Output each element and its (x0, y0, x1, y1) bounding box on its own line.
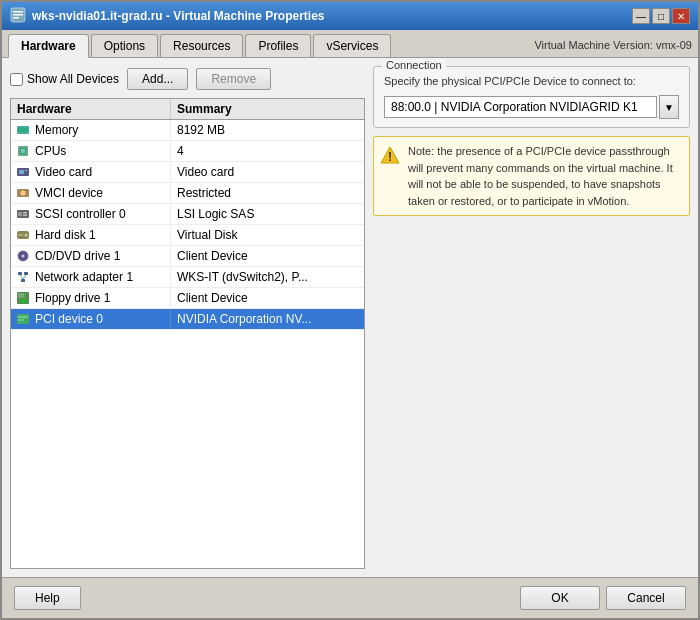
svg-rect-34 (19, 299, 27, 303)
svg-rect-14 (25, 170, 27, 171)
connection-label: Specify the physical PCI/PCIe Device to … (384, 75, 679, 87)
add-button[interactable]: Add... (127, 68, 188, 90)
floppy-icon (15, 290, 31, 306)
svg-rect-20 (23, 215, 27, 217)
hdd-icon (15, 227, 31, 243)
svg-rect-39 (25, 319, 28, 321)
svg-rect-7 (23, 128, 25, 132)
main-window: wks-nvidia01.it-grad.ru - Virtual Machin… (0, 0, 700, 620)
svg-rect-33 (18, 293, 25, 298)
dropdown-btn[interactable]: ▼ (659, 95, 679, 119)
spacer (373, 224, 690, 569)
cdrom-icon (15, 248, 31, 264)
table-row[interactable]: CPUs 4 (11, 141, 364, 162)
right-panel: Connection Specify the physical PCI/PCIe… (373, 66, 690, 569)
video-icon (15, 164, 31, 180)
left-panel: Show All Devices Add... Remove Hardware … (10, 66, 365, 569)
warning-text: Note: the presence of a PCI/PCIe device … (408, 143, 683, 209)
vm-version: Virtual Machine Version: vmx-09 (534, 39, 692, 57)
window-icon (10, 7, 26, 26)
svg-point-22 (25, 234, 28, 237)
minimize-button[interactable]: — (632, 8, 650, 24)
close-button[interactable]: ✕ (672, 8, 690, 24)
hardware-table: Hardware Summary Memory 8192 MB (10, 98, 365, 569)
title-controls: — □ ✕ (632, 8, 690, 24)
table-row[interactable]: SCSI controller 0 LSI Logic SAS (11, 204, 364, 225)
network-icon (15, 269, 31, 285)
connection-legend: Connection (382, 59, 446, 71)
svg-rect-11 (21, 149, 25, 153)
cancel-button[interactable]: Cancel (606, 586, 686, 610)
svg-rect-35 (24, 293, 26, 297)
show-all-label[interactable]: Show All Devices (10, 72, 119, 86)
main-content: Show All Devices Add... Remove Hardware … (2, 58, 698, 577)
table-row[interactable]: Floppy drive 1 Client Device (11, 288, 364, 309)
table-row[interactable]: CD/DVD drive 1 Client Device (11, 246, 364, 267)
svg-rect-1 (13, 11, 23, 13)
svg-rect-37 (18, 316, 28, 318)
svg-rect-3 (13, 17, 19, 19)
scsi-icon (15, 206, 31, 222)
bottom-right: OK Cancel (520, 586, 686, 610)
tab-hardware[interactable]: Hardware (8, 34, 89, 58)
tab-resources[interactable]: Resources (160, 34, 243, 57)
svg-rect-28 (24, 272, 28, 275)
pci-icon (15, 311, 31, 327)
svg-rect-5 (18, 128, 20, 132)
remove-button[interactable]: Remove (196, 68, 271, 90)
bottom-bar: Help OK Cancel (2, 577, 698, 618)
svg-point-16 (21, 191, 26, 196)
vmci-icon (15, 185, 31, 201)
svg-line-30 (20, 275, 23, 279)
cpu-icon (15, 143, 31, 159)
warning-box: ! Note: the presence of a PCI/PCIe devic… (373, 136, 690, 216)
device-dropdown: 88:00.0 | NVIDIA Corporation NVIDIAGRID … (384, 95, 679, 119)
table-row[interactable]: Memory 8192 MB (11, 120, 364, 141)
svg-rect-13 (19, 170, 24, 174)
svg-rect-27 (18, 272, 22, 275)
svg-point-26 (23, 256, 24, 257)
tab-options[interactable]: Options (91, 34, 158, 57)
svg-rect-23 (18, 234, 23, 236)
table-row[interactable]: VMCI device Restricted (11, 183, 364, 204)
table-row[interactable]: Hard disk 1 Virtual Disk (11, 225, 364, 246)
table-header: Hardware Summary (11, 99, 364, 120)
svg-rect-29 (21, 279, 25, 282)
ok-button[interactable]: OK (520, 586, 600, 610)
svg-line-31 (23, 275, 26, 279)
table-row-selected[interactable]: PCI device 0 NVIDIA Corporation NV... (11, 309, 364, 330)
maximize-button[interactable]: □ (652, 8, 670, 24)
svg-rect-18 (18, 212, 22, 216)
svg-text:!: ! (388, 150, 392, 164)
tab-vservices[interactable]: vServices (313, 34, 391, 57)
show-all-checkbox[interactable] (10, 73, 23, 86)
svg-rect-8 (26, 128, 28, 132)
title-bar: wks-nvidia01.it-grad.ru - Virtual Machin… (2, 2, 698, 30)
tab-profiles[interactable]: Profiles (245, 34, 311, 57)
table-row[interactable]: Network adapter 1 WKS-IT (dvSwitch2), P.… (11, 267, 364, 288)
col-hardware-header: Hardware (11, 99, 171, 119)
svg-rect-19 (23, 212, 27, 214)
connection-box: Connection Specify the physical PCI/PCIe… (373, 66, 690, 128)
svg-rect-2 (13, 14, 23, 16)
device-select[interactable]: 88:00.0 | NVIDIA Corporation NVIDIAGRID … (384, 96, 657, 118)
help-button[interactable]: Help (14, 586, 81, 610)
tabs-row: Hardware Options Resources Profiles vSer… (2, 30, 698, 58)
warning-icon: ! (380, 145, 400, 165)
memory-icon (15, 122, 31, 138)
table-row[interactable]: Video card Video card (11, 162, 364, 183)
svg-rect-38 (18, 319, 24, 321)
svg-rect-6 (21, 128, 23, 132)
col-summary-header: Summary (171, 99, 364, 119)
show-all-row: Show All Devices Add... Remove (10, 66, 365, 92)
title-bar-text: wks-nvidia01.it-grad.ru - Virtual Machin… (10, 7, 325, 26)
